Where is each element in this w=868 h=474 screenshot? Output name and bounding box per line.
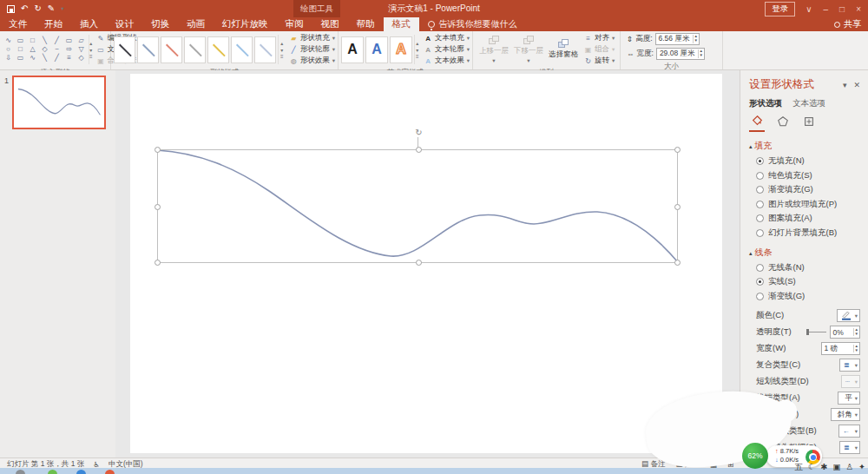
shape-gallery-item-20[interactable]: ◇ bbox=[76, 54, 87, 63]
radio-icon[interactable] bbox=[756, 157, 764, 165]
tellme-box[interactable]: 告诉我你想要做什么 bbox=[419, 17, 526, 31]
width-value[interactable]: 29.08 厘米 bbox=[657, 49, 698, 59]
wordart-button-2[interactable]: A 文本效果 ▾ bbox=[424, 56, 470, 66]
ribbon-tab-5[interactable]: 动画 bbox=[178, 17, 214, 31]
arrange-item-1[interactable]: 下移一层 ▾ bbox=[514, 36, 543, 64]
window-button-0[interactable]: ∨ bbox=[806, 4, 812, 14]
wordart-scroll-1[interactable]: ▾ bbox=[415, 47, 420, 53]
shape-style-button-0[interactable]: ▰ 形状填充 ▾ bbox=[290, 33, 335, 43]
tray-icon-2[interactable]: ✱ bbox=[821, 462, 828, 473]
ribbon-tab-4[interactable]: 切换 bbox=[142, 17, 178, 31]
wordart-scroll-2[interactable]: ≡ bbox=[415, 54, 420, 59]
ribbon-tab-9[interactable]: 帮助 bbox=[348, 17, 384, 31]
tray-icon-5[interactable]: ✦ bbox=[858, 462, 865, 473]
shape-style-button-2[interactable]: ◍ 形状效果 ▾ bbox=[290, 56, 335, 66]
shape-gallery-scroll-1[interactable]: ▾ bbox=[89, 47, 93, 53]
dropdown-button-1[interactable]: ┄ ▾ bbox=[841, 375, 860, 388]
ribbon-tab-7[interactable]: 审阅 bbox=[277, 17, 312, 31]
qat-customize-icon[interactable]: ▾ bbox=[61, 6, 63, 12]
pane-tab-0[interactable]: 形状选项 bbox=[749, 98, 782, 109]
radio-icon[interactable] bbox=[756, 214, 764, 222]
shape-gallery-item-2[interactable]: □ bbox=[27, 36, 38, 45]
radio-icon[interactable] bbox=[756, 172, 764, 180]
line-style-swatch-3[interactable] bbox=[184, 36, 206, 63]
save-icon[interactable] bbox=[7, 5, 15, 13]
style-gallery-scroll-2[interactable]: ≡ bbox=[279, 54, 286, 59]
shape-gallery-item-5[interactable]: ▭ bbox=[63, 36, 75, 45]
slide-thumbnail[interactable] bbox=[12, 76, 106, 129]
resize-handle-ne[interactable] bbox=[674, 147, 681, 153]
arrange-button-1[interactable]: ▣ 组合 ▾ bbox=[584, 44, 615, 55]
radio-icon[interactable] bbox=[756, 278, 764, 286]
height-value[interactable]: 6.56 厘米 bbox=[656, 34, 693, 44]
fill-section-header[interactable]: ▴填充 bbox=[749, 140, 860, 152]
fill-option-4[interactable]: 图案填充(A) bbox=[756, 213, 860, 224]
line-style-swatch-6[interactable] bbox=[254, 36, 276, 63]
dropdown-button-2[interactable]: 平 ▾ bbox=[838, 392, 860, 405]
ribbon-tab-0[interactable]: 文件 bbox=[0, 17, 36, 31]
shape-gallery-item-14[interactable]: ⇩ bbox=[3, 54, 14, 63]
wordart-scroll-0[interactable]: ▴ bbox=[415, 40, 420, 46]
line-option-0[interactable]: 无线条(N) bbox=[756, 262, 860, 273]
resize-handle-n[interactable] bbox=[416, 147, 422, 153]
dropdown-button-0[interactable]: ≣ ▾ bbox=[839, 359, 860, 372]
taskbar-app-icon[interactable] bbox=[76, 470, 86, 474]
shape-gallery-item-0[interactable]: ∿ bbox=[3, 36, 14, 45]
fill-option-3[interactable]: 图片或纹理填充(P) bbox=[756, 199, 860, 210]
freeform-curve-shape[interactable] bbox=[130, 74, 722, 453]
share-button[interactable]: 共享 bbox=[834, 17, 861, 31]
dropdown-button-3[interactable]: 斜角 ▾ bbox=[831, 408, 860, 421]
resize-handle-s[interactable] bbox=[416, 260, 422, 266]
shape-gallery-item-1[interactable]: ▭ bbox=[15, 36, 26, 45]
radio-icon[interactable] bbox=[756, 293, 764, 300]
tray-icon-1[interactable]: ☾ bbox=[808, 462, 816, 473]
speed-ball-widget[interactable]: 62% bbox=[742, 443, 768, 469]
signin-button[interactable]: 登录 bbox=[765, 2, 795, 16]
pane-tab-1[interactable]: 文本选项 bbox=[792, 98, 825, 109]
line-width-value[interactable]: 1 磅 bbox=[822, 344, 853, 354]
fill-line-icon[interactable] bbox=[749, 115, 765, 132]
ribbon-tab-10[interactable]: 格式 bbox=[384, 17, 419, 31]
slide-canvas[interactable]: ↻ bbox=[130, 74, 722, 453]
shape-gallery-item-11[interactable]: ~ bbox=[51, 45, 62, 54]
slider-thumb[interactable] bbox=[806, 329, 809, 335]
spinner-arrows-icon[interactable]: ▲▼ bbox=[693, 35, 699, 43]
window-button-3[interactable]: × bbox=[856, 4, 861, 14]
dropdown-button-4[interactable]: ← ▾ bbox=[838, 425, 860, 438]
wordart-sample-0[interactable]: A bbox=[341, 36, 364, 63]
size-properties-icon[interactable] bbox=[801, 115, 817, 131]
shape-gallery-item-7[interactable]: ○ bbox=[3, 45, 14, 54]
line-width-stepper[interactable]: 1 磅 ▲▼ bbox=[821, 342, 860, 355]
shape-gallery-item-16[interactable]: ∿ bbox=[27, 54, 38, 63]
ribbon-tab-2[interactable]: 插入 bbox=[71, 17, 107, 31]
line-option-2[interactable]: 渐变线(G) bbox=[756, 291, 860, 302]
shape-gallery-item-10[interactable]: ◇ bbox=[39, 45, 50, 54]
width-stepper[interactable]: 29.08 厘米 ▲▼ bbox=[656, 48, 705, 60]
resize-handle-nw[interactable] bbox=[155, 147, 161, 153]
transparency-stepper[interactable]: 0% ▲▼ bbox=[830, 326, 860, 339]
arrange-item-0[interactable]: 上移一层 ▾ bbox=[479, 36, 509, 64]
transparency-value[interactable]: 0% bbox=[831, 328, 853, 337]
shape-gallery-scroll-0[interactable]: ▴ bbox=[89, 40, 93, 46]
dropdown-button-5[interactable]: ≣ ▾ bbox=[839, 441, 860, 454]
window-button-2[interactable]: □ bbox=[839, 4, 845, 14]
shape-gallery-item-13[interactable]: ▽ bbox=[76, 45, 87, 54]
line-style-swatch-1[interactable] bbox=[137, 36, 159, 63]
undo-icon[interactable]: ↶ bbox=[21, 4, 28, 13]
tray-icon-4[interactable]: ♙ bbox=[846, 462, 854, 473]
radio-icon[interactable] bbox=[756, 264, 764, 272]
radio-icon[interactable] bbox=[756, 201, 764, 208]
fill-option-1[interactable]: 纯色填充(S) bbox=[756, 170, 860, 181]
transparency-slider[interactable] bbox=[807, 332, 826, 332]
shape-gallery-item-15[interactable]: ▭ bbox=[15, 54, 26, 63]
tray-icon-3[interactable]: ▣ bbox=[833, 462, 841, 473]
shape-gallery-item-8[interactable]: □ bbox=[15, 45, 26, 54]
arrange-item-2[interactable]: 选择窗格 bbox=[549, 39, 578, 61]
redo-icon[interactable]: ↻ bbox=[34, 4, 41, 13]
height-stepper[interactable]: 6.56 厘米 ▲▼ bbox=[655, 33, 700, 45]
line-style-swatch-5[interactable] bbox=[231, 36, 253, 63]
resize-handle-se[interactable] bbox=[674, 260, 681, 266]
pane-close-icon[interactable]: ✕ bbox=[853, 81, 860, 89]
resize-handle-e[interactable] bbox=[674, 204, 681, 210]
arrange-button-0[interactable]: ≡ 对齐 ▾ bbox=[584, 33, 615, 43]
